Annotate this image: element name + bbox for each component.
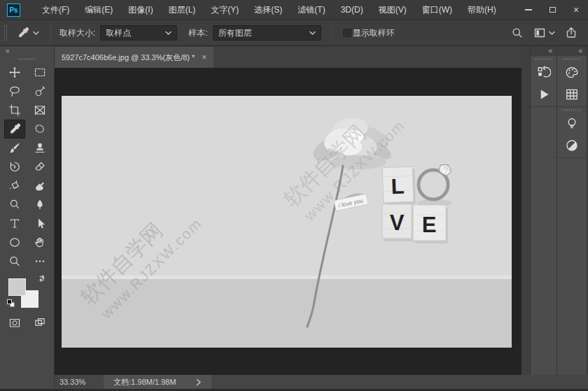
frame-tool-button[interactable] <box>29 101 50 120</box>
smudge-finger-icon <box>34 179 46 192</box>
panel-grip[interactable] <box>563 109 581 111</box>
menu-type[interactable]: 文字(Y) <box>203 0 246 20</box>
menu-select[interactable]: 选择(S) <box>246 0 290 20</box>
tools-grid <box>0 63 54 271</box>
lasso-tool-button[interactable] <box>4 82 25 101</box>
eyedropper-icon <box>17 27 29 39</box>
canvas-area[interactable]: i love you L V <box>55 68 522 375</box>
sample-size-select[interactable]: 取样点 <box>100 25 177 41</box>
color-panel-icon <box>565 66 579 80</box>
menu-view[interactable]: 视图(V) <box>371 0 414 20</box>
hand-icon <box>34 236 46 249</box>
history-panel-button[interactable] <box>531 62 556 83</box>
quick-mask-button[interactable] <box>4 313 25 332</box>
swatches-panel-button[interactable] <box>557 83 587 105</box>
zoom-level-field[interactable]: 33.33% <box>55 378 92 386</box>
pen-tool-button[interactable] <box>29 195 50 214</box>
panel-grip[interactable] <box>563 58 581 60</box>
chevron-down-icon <box>309 31 316 36</box>
foreground-color-swatch[interactable] <box>8 278 26 296</box>
document-tab[interactable]: 5927c7c406b6e.jpg @ 33.3%(灰色/8) * × <box>55 47 214 68</box>
dodge-tool-button[interactable] <box>4 195 25 214</box>
panel-grip[interactable] <box>535 58 553 60</box>
type-tool-button[interactable] <box>4 214 25 233</box>
crop-tool-button[interactable] <box>4 101 25 120</box>
document-tab-title: 5927c7c406b6e.jpg @ 33.3%(灰色/8) * <box>62 52 195 63</box>
tab-close-icon[interactable]: × <box>202 53 206 62</box>
clone-stamp-tool-button[interactable] <box>29 138 50 157</box>
learn-panel-button[interactable] <box>557 113 587 134</box>
show-ring-label: 显示取样环 <box>353 27 395 39</box>
path-selection-tool-button[interactable] <box>29 214 50 233</box>
quick-selection-tool-button[interactable] <box>29 82 50 101</box>
tools-panel-collapse[interactable]: « <box>0 46 54 56</box>
menu-filter[interactable]: 滤镜(T) <box>290 0 332 20</box>
menu-edit[interactable]: 编辑(E) <box>77 0 120 20</box>
menu-image[interactable]: 图像(I) <box>120 0 160 20</box>
color-panel-button[interactable] <box>557 62 587 83</box>
menu-window[interactable]: 窗口(W) <box>414 0 460 20</box>
panel-empty <box>531 107 556 375</box>
chevron-down-icon <box>165 31 172 36</box>
show-ring-checkbox[interactable] <box>343 29 351 37</box>
letter-block-v: V <box>382 204 414 241</box>
swatches-panel-icon <box>565 87 579 101</box>
sample-select[interactable]: 所有图层 <box>213 25 321 41</box>
document-info-text: 文档:1.98M/1.98M <box>113 377 176 388</box>
history-panel-icon <box>537 66 551 80</box>
document-info-segment[interactable]: 文档:1.98M/1.98M <box>104 375 211 389</box>
adjustments-panel-button[interactable] <box>557 134 587 156</box>
hand-tool-button[interactable] <box>29 233 50 252</box>
chevron-down-icon <box>33 31 39 36</box>
workspace-icon <box>533 27 546 39</box>
maximize-icon <box>550 7 556 13</box>
lasso-icon <box>8 85 21 98</box>
close-button[interactable]: × <box>564 0 588 20</box>
eyedropper-tool-button[interactable] <box>4 120 25 138</box>
zoom-tool-button[interactable] <box>4 252 25 271</box>
menu-layer[interactable]: 图层(L) <box>161 0 204 20</box>
svg-text:V: V <box>390 211 405 235</box>
smudge-tool-button[interactable] <box>29 176 50 195</box>
status-bar-left <box>0 375 55 389</box>
actions-panel-button[interactable] <box>531 83 556 105</box>
color-picker-widget <box>6 274 48 311</box>
ellipse-tool-button[interactable] <box>4 233 25 252</box>
chevron-right-icon <box>196 378 202 386</box>
panel-collapse[interactable]: « <box>557 46 587 56</box>
eraser-icon <box>34 160 46 173</box>
sample-value: 所有图层 <box>218 27 252 39</box>
default-colors-icon[interactable] <box>7 299 15 308</box>
options-bar-grip[interactable] <box>4 25 7 41</box>
minimize-button[interactable] <box>517 0 540 20</box>
paint-bucket-tool-button[interactable] <box>4 176 25 195</box>
menu-3d[interactable]: 3D(D) <box>333 0 371 20</box>
svg-text:L: L <box>391 174 405 199</box>
main-area: « <box>0 46 588 375</box>
search-button[interactable] <box>506 27 528 39</box>
minimize-icon <box>525 9 532 10</box>
patch-tool-button[interactable] <box>29 120 50 138</box>
swap-colors-icon[interactable] <box>38 274 47 283</box>
menu-help[interactable]: 帮助(H) <box>460 0 504 20</box>
history-brush-tool-button[interactable] <box>4 157 25 176</box>
screen-mode-button[interactable] <box>29 313 50 332</box>
menu-file[interactable]: 文件(F) <box>34 0 77 20</box>
panel-collapse[interactable]: « <box>531 46 556 56</box>
workspace-switcher-button[interactable] <box>528 27 560 39</box>
maximize-button[interactable] <box>540 0 564 20</box>
magnifier-icon <box>8 255 21 268</box>
rectangular-marquee-tool-button[interactable] <box>29 63 50 82</box>
photoshop-window: Ps 文件(F) 编辑(E) 图像(I) 图层(L) 文字(Y) 选择(S) 滤… <box>0 0 588 391</box>
tools-panel-grip[interactable] <box>18 58 36 60</box>
eraser-tool-button[interactable] <box>29 157 50 176</box>
edit-toolbar-button[interactable] <box>29 252 50 271</box>
brush-tool-button[interactable] <box>4 138 25 157</box>
move-tool-button[interactable] <box>4 63 25 82</box>
share-button[interactable] <box>560 27 582 39</box>
menu-bar: 文件(F) 编辑(E) 图像(I) 图层(L) 文字(Y) 选择(S) 滤镜(T… <box>34 0 504 20</box>
panel-empty <box>557 158 587 375</box>
divider <box>50 24 51 42</box>
tool-preset-picker[interactable] <box>13 24 43 41</box>
tools-panel: « <box>0 46 55 375</box>
